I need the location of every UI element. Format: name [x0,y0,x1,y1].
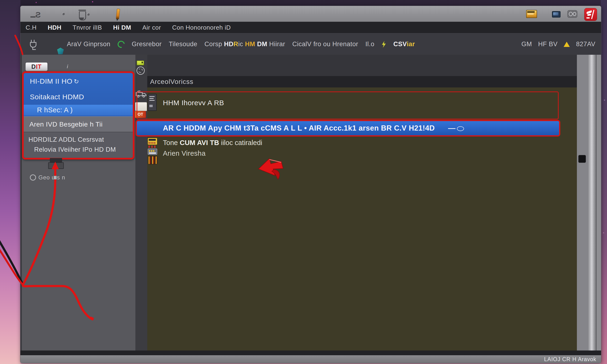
popup-menu: HI-DIM II HO↻ Soitakact HDMD R hSec: A )… [22,71,134,159]
toolbar-item[interactable]: CSViar [393,40,415,48]
bottom-dark-band [20,351,601,355]
mini-red-glyphs [148,145,156,148]
titlebar[interactable]: S [20,6,601,22]
indicator-dot-icon [62,13,65,15]
status-hfbv: HF BV [538,40,557,48]
csv-suffix: iar [407,40,415,48]
geo-label: Geo u s n [39,174,65,181]
popup-item-label: HI-DIM II HO [30,77,72,85]
desktop-speck [603,232,604,234]
teal-shield-icon[interactable] [57,48,64,54]
green-curl-icon [116,39,126,49]
dit-label-dark: D [31,63,36,70]
geo-status: Geo u s n [30,174,65,181]
row3-segment: Tone [163,139,180,146]
toolbar-item[interactable]: Gresrebor [132,40,162,48]
menu-item[interactable]: Tnvror ilIB [73,24,102,31]
dit-label-red: IT [36,63,41,70]
indicator-dot-icon [87,13,90,16]
battery-icon [137,60,144,65]
minimize-dash-icon[interactable] [30,16,36,17]
geo-ring-icon [30,174,36,181]
application-window: S C.H HDH Tnvror ilIB Hi DM Air cor Con … [20,6,601,363]
desktop-speck [604,100,605,101]
toolbar-item-segment: R [234,40,238,48]
toolbar-item-segment: ic [238,40,245,48]
menu-item[interactable]: Air cor [142,24,161,31]
window-right-frame [596,55,601,351]
toolbar-item[interactable]: AraV Ginprson [67,40,110,48]
brush-pen-icon[interactable] [116,9,120,19]
desktop-wallpaper-right [601,0,607,364]
list-row-3[interactable]: Tone CUM AVI TB iiloc catiraledi [163,139,262,147]
toolbar-item-segment: HM [245,40,257,48]
camera-lens [573,12,576,16]
status-gm: GM [521,40,532,48]
toolbar-item-segment: Hiirar [269,40,285,48]
red-app-glyph [587,14,591,16]
menu-item[interactable]: Hi DM [113,24,131,31]
toolbar-item-segment: Corsp [204,40,224,48]
toolbar-item[interactable]: CicalV fro ou Hrenator [292,40,358,48]
hook-icon[interactable]: S [35,10,41,19]
connector-tab [50,158,62,162]
popup-item-soitakact[interactable]: Soitakact HDMD [30,93,84,101]
popup-highlight-row[interactable]: R hSec: A ) [24,105,133,116]
statusbar-text: LAIOJ CR H Aravok [544,356,596,363]
bell-flask-icon[interactable] [79,11,86,20]
menu-item[interactable]: C.H [26,24,37,31]
scrollbar-thumb[interactable] [578,155,586,163]
lightning-icon [382,41,386,48]
csv-label: CSV [393,40,407,48]
toolbar-item[interactable]: Corsp HDRic HM DM Hiirar [204,40,285,48]
swirl-icon: ↻ [74,78,79,85]
file-icon [148,94,157,111]
toolbar-status-group: GM HF BV 827AV [521,33,595,55]
annotation-box-row1: HHM Ihorevv A RB [137,91,559,119]
display-icon[interactable] [552,11,561,17]
toolbar-item-segment: HD [224,40,234,48]
dit-button[interactable]: DIT [25,62,48,71]
statusbar: LAIOJ CR H Aravok [20,355,601,363]
red-app-glyph [586,17,590,18]
row3-segment: iiloc catiraledi [221,139,262,146]
popup-item-rhsec: R hSec: A ) [37,106,73,114]
scrollbar-track[interactable] [577,55,588,351]
scrollbar-gloss [588,55,596,351]
list-row-1[interactable]: HHM Ihorevv A RB [163,99,224,107]
row3-segment: CUM [180,139,197,146]
popup-item-hdrdilz[interactable]: HDRDILZ ADDL Cesrsvat [28,136,104,143]
camera-lens [569,12,573,16]
red-app-icon[interactable] [584,8,597,21]
menu-item[interactable]: HDH [48,24,61,31]
selected-row-dash: — [448,124,455,132]
desktop-wallpaper-left [0,0,20,364]
popup-item-hdmi[interactable]: HI-DIM II HO↻ [30,77,79,85]
toolbar-item-segment: DM [257,40,269,48]
toolbar-item[interactable]: Tilesoude [169,40,198,48]
desktop-speck [92,1,93,2]
popup-gray-row[interactable]: Aren IVD Besgebie h Tii [24,116,133,132]
main-upper-strip [147,55,577,76]
plug-icon[interactable] [29,39,39,51]
toolbar: AraV Ginprson Gresrebor Tilesoude Corsp … [20,33,601,55]
face-icon [136,66,145,75]
digits-icon [148,149,157,155]
popup-dark-section: HDRDILZ ADDL Cesrsvat Relovia IVeiiher I… [24,132,133,158]
popup-item-relovia[interactable]: Relovia IVeiiher IPo HD DM [34,146,116,153]
toolbar-item[interactable]: Il.o [365,40,374,48]
status-number: 827AV [576,40,595,48]
main-list-header: ArceolVoricss [147,76,577,88]
warning-triangle-icon [564,42,570,47]
camera-icon[interactable] [567,10,577,18]
selected-row[interactable]: AR C HDDM Apy CHM t3Ta cCMS A L L • AIR … [136,120,560,136]
menu-item[interactable]: Con Honoronoreh iD [172,24,231,31]
menubar: C.H HDH Tnvror ilIB Hi DM Air cor Con Ho… [20,22,601,33]
main-header-label: ArceolVoricss [150,78,194,86]
connector-block [48,162,64,169]
folder-icon[interactable] [526,10,537,18]
red-app-glyph [586,11,592,14]
list-row-4[interactable]: Arien Viresha [163,150,206,157]
selected-row-oval-icon [457,126,464,131]
toolbar-items: AraV Ginprson Gresrebor Tilesoude Corsp … [67,33,415,55]
